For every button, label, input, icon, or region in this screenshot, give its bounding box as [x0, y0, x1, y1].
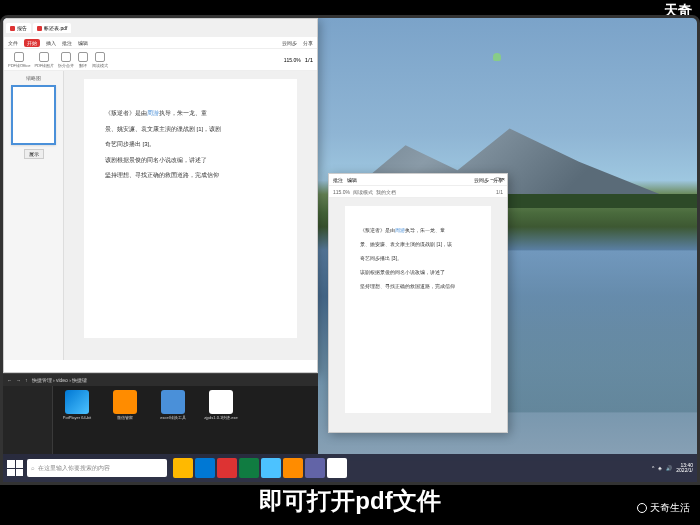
tray-volume-icon[interactable]: 🔊: [666, 465, 672, 471]
pdf-window-main: 报告 帐还表.pdf 文件 开始 插入 批注 编辑 云同步 分享 PDF转Off…: [3, 18, 318, 373]
explorer-sidebar[interactable]: [3, 386, 53, 459]
video-caption: 即可打开pdf文件: [0, 485, 700, 525]
monitor-screen: 报告 帐还表.pdf 文件 开始 插入 批注 编辑 云同步 分享 PDF转Off…: [0, 15, 700, 485]
zoom-level[interactable]: 115.0%: [284, 57, 301, 63]
menu-insert[interactable]: 插入: [46, 40, 56, 46]
bell-icon: [493, 53, 501, 61]
menu-file[interactable]: 文件: [8, 40, 18, 46]
app-icon: [161, 390, 185, 414]
pdf-page: 《叛逆者》是由周游执导，朱一龙、童 景、姚安濂、袁文康主演的谍战剧 [1]，该剧…: [84, 79, 297, 338]
menu-start[interactable]: 开始: [24, 39, 40, 47]
taskbar-app-icon[interactable]: [261, 458, 281, 478]
taskbar-app-icon[interactable]: [239, 458, 259, 478]
subbar-2: 115.0% 阅读模式 我的文档 1/1: [329, 186, 507, 198]
taskbar-apps: [173, 458, 347, 478]
menu-share[interactable]: 分享: [303, 40, 313, 46]
file-potplayer[interactable]: PotPlayer 64-bit: [57, 390, 97, 455]
document-area-2[interactable]: 《叛逆者》是由周游执导，朱一龙、童 景、姚安濂、袁文康主演的谍战剧 [1]，该 …: [329, 198, 507, 432]
page-info-2: 1/1: [496, 189, 503, 195]
doc-label-2: 我的文档: [376, 189, 396, 195]
address-path[interactable]: 快捷管理 › video › 快捷键: [32, 377, 88, 383]
translate-button[interactable]: 翻译: [78, 52, 88, 68]
split-merge-button[interactable]: 拆分合并: [58, 52, 74, 68]
pdf-to-image-button[interactable]: PDF转图片: [34, 52, 54, 68]
pdf-page-2: 《叛逆者》是由周游执导，朱一龙、童 景、姚安濂、袁文康主演的谍战剧 [1]，该 …: [345, 206, 491, 413]
brand-logo-icon: [637, 503, 647, 513]
file-wechat-manager[interactable]: 微信管家: [105, 390, 145, 455]
taskbar-app-icon[interactable]: [217, 458, 237, 478]
file-zjyds[interactable]: zjyds1.0.1快捷.exe: [201, 390, 241, 455]
tray-clock[interactable]: 13:40 2022/1/: [676, 463, 693, 474]
book-icon: [95, 52, 105, 62]
up-icon[interactable]: ↑: [25, 377, 28, 383]
translate-icon: [78, 52, 88, 62]
menu-edit[interactable]: 编辑: [78, 40, 88, 46]
menu-sync-2[interactable]: 云同步: [474, 177, 489, 183]
app-icon: [113, 390, 137, 414]
brand-bottom: 天奇生活: [637, 501, 690, 515]
pdf-window-secondary: − □ × 批注 编辑 云同步 分享 115.0% 阅读模式 我的文档 1/1 …: [328, 173, 508, 433]
taskbar-explorer-icon[interactable]: [173, 458, 193, 478]
taskbar-edge-icon[interactable]: [195, 458, 215, 478]
toolbar: PDF转Office PDF转图片 拆分合并 翻译 阅读模式 115.0% 1/…: [4, 49, 317, 71]
doc-icon: [37, 26, 42, 31]
split-icon: [61, 52, 71, 62]
back-icon[interactable]: ←: [7, 377, 12, 383]
maximize-icon[interactable]: □: [496, 176, 500, 182]
menubar: 文件 开始 插入 批注 编辑 云同步 分享: [4, 37, 317, 49]
read-mode-button[interactable]: 阅读模式: [92, 52, 108, 68]
tray-network-icon[interactable]: ◈: [658, 465, 662, 471]
window-controls: − □ ×: [490, 176, 505, 182]
file-explorer: ← → ↑ 快捷管理 › video › 快捷键 PotPlayer 64-bi…: [3, 373, 318, 458]
search-icon: ⌕: [31, 465, 35, 471]
thumbnail-show-button[interactable]: 展示: [24, 149, 44, 159]
document-tabs: 报告 帐还表.pdf: [4, 19, 317, 37]
thumbnail-panel: 缩略图 展示: [4, 71, 64, 360]
read-mode-2[interactable]: 阅读模式: [353, 189, 373, 195]
menubar-2: 批注 编辑 云同步 分享: [329, 174, 507, 186]
document-area[interactable]: 《叛逆者》是由周游执导，朱一龙、童 景、姚安濂、袁文康主演的谍战剧 [1]，该剧…: [64, 71, 317, 360]
thumbnail-title: 缩略图: [26, 75, 41, 81]
menu-edit-2[interactable]: 编辑: [347, 177, 357, 183]
desktop: 报告 帐还表.pdf 文件 开始 插入 批注 编辑 云同步 分享 PDF转Off…: [3, 18, 697, 482]
start-button[interactable]: [7, 460, 23, 476]
menu-sync[interactable]: 云同步: [282, 40, 297, 46]
taskbar-app-icon[interactable]: [283, 458, 303, 478]
menu-annotate-2[interactable]: 批注: [333, 177, 343, 183]
system-tray: ^ ◈ 🔊 13:40 2022/1/: [652, 463, 693, 474]
minimize-icon[interactable]: −: [490, 176, 494, 182]
image-icon: [39, 52, 49, 62]
file-excel-tool[interactable]: excel转换工具: [153, 390, 193, 455]
tab-report[interactable]: 报告: [6, 23, 31, 33]
explorer-addressbar[interactable]: ← → ↑ 快捷管理 › video › 快捷键: [3, 374, 318, 386]
tray-chevron-icon[interactable]: ^: [652, 465, 654, 471]
explorer-files: PotPlayer 64-bit 微信管家 excel转换工具 zjyds1.0…: [53, 386, 318, 459]
page-info: 1/1: [305, 57, 313, 63]
thumbnail-page-1[interactable]: [11, 85, 56, 145]
taskbar-app-icon[interactable]: [327, 458, 347, 478]
convert-icon: [14, 52, 24, 62]
doc-icon: [10, 26, 15, 31]
search-input[interactable]: ⌕ 在这里输入你要搜索的内容: [27, 459, 167, 477]
pdf-to-office-button[interactable]: PDF转Office: [8, 52, 30, 68]
taskbar: ⌕ 在这里输入你要搜索的内容 ^ ◈ 🔊 13:40 2022/1/: [3, 454, 697, 482]
forward-icon[interactable]: →: [16, 377, 21, 383]
app-icon: [209, 390, 233, 414]
search-placeholder: 在这里输入你要搜索的内容: [38, 464, 110, 473]
app-icon: [65, 390, 89, 414]
tab-pdf-file[interactable]: 帐还表.pdf: [33, 23, 71, 33]
close-icon[interactable]: ×: [501, 176, 505, 182]
menu-annotate[interactable]: 批注: [62, 40, 72, 46]
taskbar-app-icon[interactable]: [305, 458, 325, 478]
zoom-2[interactable]: 115.0%: [333, 189, 350, 195]
